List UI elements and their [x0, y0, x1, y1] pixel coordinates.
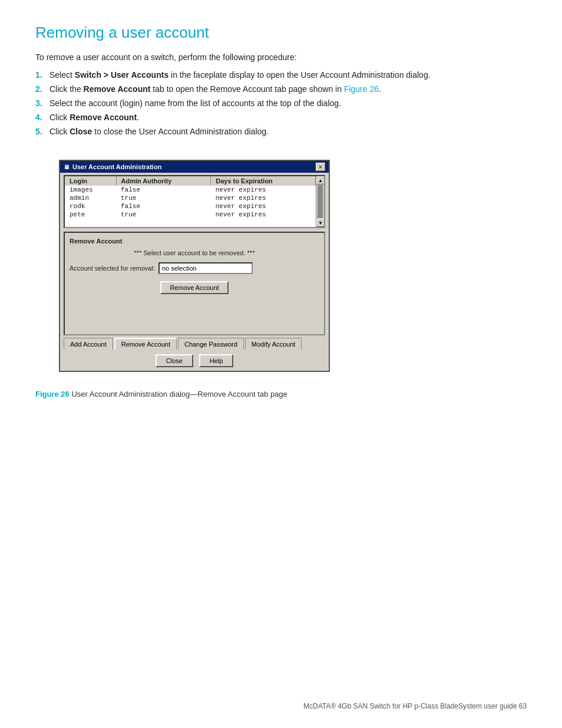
- step-2: 2. Click the Remove Account tab to open …: [35, 84, 527, 94]
- step-4: 4. Click Remove Account.: [35, 113, 527, 122]
- table-row[interactable]: images false never expires: [65, 186, 316, 194]
- tab-panel-title: Remove Account: [70, 238, 319, 245]
- cell-days: never expires: [211, 194, 316, 202]
- dialog-title: 🖥 User Account Administration: [64, 163, 161, 170]
- tab-change-password[interactable]: Change Password: [178, 338, 244, 350]
- tab-remove-account[interactable]: Remove Account: [114, 338, 177, 350]
- col-admin: Admin Authority: [116, 176, 211, 186]
- scrollbar-thumb: [318, 185, 323, 218]
- cell-login: images: [65, 186, 116, 194]
- accounts-table-area: Login Admin Authority Days to Expiration…: [64, 175, 325, 228]
- table-row[interactable]: pete true never expires: [65, 210, 316, 219]
- cell-login: pete: [65, 210, 116, 219]
- dialog-close-button[interactable]: ×: [316, 163, 325, 171]
- steps-list: 1. Select Switch > User Accounts in the …: [35, 70, 527, 136]
- intro-paragraph: To remove a user account on a switch, pe…: [35, 52, 527, 62]
- cell-admin: true: [116, 210, 211, 219]
- step-num-5: 5.: [35, 127, 45, 136]
- help-button[interactable]: Help: [199, 354, 234, 367]
- step-num-1: 1.: [35, 70, 45, 80]
- dialog-title-text: User Account Administration: [72, 163, 161, 170]
- computer-icon: 🖥: [64, 164, 70, 170]
- close-button[interactable]: Close: [156, 354, 193, 367]
- scroll-up-button[interactable]: ▲: [316, 176, 325, 185]
- cell-days: never expires: [211, 210, 316, 219]
- tab-add-account[interactable]: Add Account: [64, 338, 113, 350]
- table-scrollbar[interactable]: ▲ ▼: [316, 176, 324, 227]
- table-row[interactable]: admin true never expires: [65, 194, 316, 202]
- step-3: 3. Select the account (login) name from …: [35, 98, 527, 108]
- step-text-5: Click Close to close the User Account Ad…: [49, 127, 269, 136]
- cell-admin: false: [116, 186, 211, 194]
- tab-modify-account[interactable]: Modify Account: [245, 338, 302, 350]
- cell-login: rodk: [65, 202, 116, 210]
- dialog-tab-bar: Add Account Remove Account Change Passwo…: [60, 338, 329, 350]
- scroll-down-button[interactable]: ▼: [316, 219, 325, 227]
- page-title: Removing a user account: [35, 24, 527, 42]
- step-text-1: Select Switch > User Accounts in the fac…: [49, 70, 431, 80]
- cell-admin: true: [116, 194, 211, 202]
- table-row[interactable]: rodk false never expires: [65, 202, 316, 210]
- removal-field-row: Account selected for removal:: [70, 262, 319, 274]
- dialog-window: 🖥 User Account Administration × Login Ad…: [59, 160, 330, 372]
- accounts-table: Login Admin Authority Days to Expiration…: [65, 176, 316, 219]
- tab-panel-instruction: *** Select user account to be removed. *…: [70, 249, 319, 256]
- step-text-3: Select the account (login) name from the…: [49, 98, 341, 108]
- cell-login: admin: [65, 194, 116, 202]
- cell-days: never expires: [211, 186, 316, 194]
- step-num-4: 4.: [35, 113, 45, 122]
- step-text-2: Click the Remove Account tab to open the…: [49, 84, 381, 94]
- account-selection-input[interactable]: [158, 262, 253, 274]
- step-5: 5. Click Close to close the User Account…: [35, 127, 527, 136]
- remove-account-panel: Remove Account *** Select user account t…: [64, 232, 325, 335]
- step-text-4: Click Remove Account.: [49, 113, 139, 122]
- dialog-titlebar: 🖥 User Account Administration ×: [60, 161, 329, 173]
- cell-admin: false: [116, 202, 211, 210]
- figure-description: User Account Administration dialog—Remov…: [71, 390, 287, 398]
- remove-account-button[interactable]: Remove Account: [160, 281, 228, 294]
- cell-days: never expires: [211, 202, 316, 210]
- field-label: Account selected for removal:: [70, 265, 155, 272]
- figure-caption: Figure 26 User Account Administration di…: [35, 390, 527, 398]
- step-1: 1. Select Switch > User Accounts in the …: [35, 70, 527, 80]
- step-num-3: 3.: [35, 98, 45, 108]
- step-num-2: 2.: [35, 84, 45, 94]
- col-days: Days to Expiration: [211, 176, 316, 186]
- dialog-bottom-bar: Close Help: [60, 352, 329, 371]
- col-login: Login: [65, 176, 116, 186]
- page-footer: McDATA® 4Gb SAN Switch for HP p-Class Bl…: [303, 702, 527, 710]
- table-header-row: Login Admin Authority Days to Expiration: [65, 176, 316, 186]
- figure-label: Figure 26: [35, 390, 70, 398]
